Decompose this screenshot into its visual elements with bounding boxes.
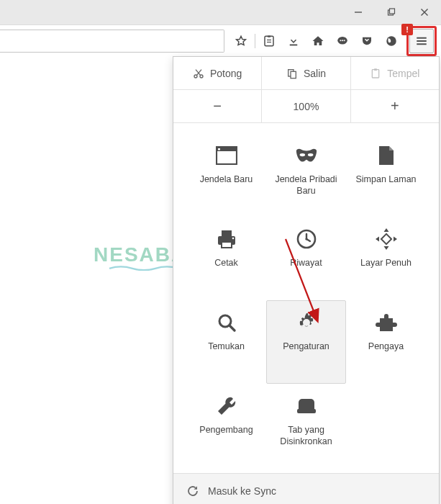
menu-addons[interactable]: Pengaya (346, 300, 426, 384)
menu-history[interactable]: Riwayat (266, 217, 346, 300)
page-icon (375, 144, 398, 167)
zoom-in-button[interactable]: + (350, 90, 439, 123)
clock-icon (295, 228, 318, 251)
menu-label: Jendela Baru (200, 174, 253, 186)
svg-point-13 (344, 40, 345, 41)
svg-rect-39 (381, 234, 391, 244)
chat-icon[interactable] (330, 29, 355, 53)
downloads-icon[interactable] (281, 29, 306, 53)
menu-label: Pengembang (199, 425, 253, 436)
menu-new-window[interactable]: Jendela Baru (186, 133, 266, 217)
main-menu-button[interactable] (409, 29, 434, 53)
paste-button[interactable]: Tempel (350, 57, 439, 90)
wrench-icon (215, 395, 238, 418)
toolbar: ! (0, 25, 441, 58)
svg-rect-24 (373, 69, 379, 77)
menu-find[interactable]: Temukan (186, 300, 266, 384)
menu-label: Jendela Pribadi Baru (270, 174, 342, 197)
notification-badge: ! (401, 24, 413, 35)
window-close-button[interactable] (408, 0, 441, 24)
svg-rect-33 (222, 242, 232, 248)
svg-rect-2 (390, 9, 395, 14)
window-restore-button[interactable] (375, 0, 408, 24)
menu-synced-tabs[interactable]: Tab yang Disinkronkan (266, 384, 346, 467)
sync-row[interactable]: Masuk ke Sync (173, 473, 439, 504)
cut-label: Potong (210, 68, 242, 79)
window-icon (215, 144, 238, 167)
hamburger-highlight: ! (406, 26, 437, 56)
svg-rect-5 (265, 36, 273, 46)
bookmark-star-icon[interactable] (229, 29, 253, 53)
sync-label: Masuk ke Sync (208, 485, 276, 497)
copy-icon (286, 68, 298, 79)
menu-print[interactable]: Cetak (186, 217, 266, 300)
svg-rect-43 (297, 409, 316, 413)
svg-rect-28 (218, 148, 220, 150)
svg-rect-32 (222, 230, 232, 236)
menu-label: Layar Penuh (360, 258, 412, 269)
svg-point-14 (386, 36, 396, 46)
edit-row: Potong Salin Tempel (173, 57, 439, 90)
menu-settings[interactable]: Pengaturan (266, 300, 346, 384)
url-field[interactable] (0, 30, 224, 53)
menu-label: Simpan Laman (355, 174, 416, 186)
paste-icon (370, 68, 381, 79)
copy-label: Salin (304, 68, 326, 79)
menu-fullscreen[interactable]: Layar Penuh (346, 217, 426, 300)
fullscreen-icon (375, 228, 398, 251)
svg-point-11 (340, 40, 341, 41)
svg-line-21 (196, 69, 201, 75)
menu-label: Pengaturan (283, 341, 329, 353)
globe-icon[interactable] (379, 29, 404, 53)
device-icon (295, 395, 318, 418)
svg-rect-16 (417, 40, 427, 42)
svg-point-38 (305, 238, 307, 240)
window-titlebar (0, 0, 441, 25)
svg-point-42 (303, 319, 310, 326)
gear-icon (295, 311, 318, 334)
search-icon (215, 311, 238, 334)
menu-label: Tab yang Disinkronkan (270, 425, 342, 447)
zoom-row: − 100% + (173, 90, 439, 123)
svg-point-12 (342, 40, 343, 41)
copy-button[interactable]: Salin (261, 57, 350, 90)
svg-line-41 (229, 325, 235, 330)
svg-rect-25 (374, 68, 377, 71)
svg-line-20 (196, 69, 201, 75)
menu-label: Riwayat (290, 258, 322, 269)
menu-save-page[interactable]: Simpan Laman (346, 133, 426, 217)
sync-icon (186, 485, 199, 498)
zoom-out-button[interactable]: − (173, 90, 261, 123)
svg-rect-15 (417, 37, 427, 39)
cut-button[interactable]: Potong (173, 57, 261, 90)
paste-label: Tempel (387, 68, 419, 79)
svg-point-30 (307, 153, 313, 156)
menu-grid: Jendela Baru Jendela Pribadi Baru Simpan… (173, 123, 439, 473)
main-menu-panel: Potong Salin Tempel − 100% + Jendel (173, 56, 440, 504)
print-icon (215, 228, 238, 251)
menu-developer[interactable]: Pengembang (186, 384, 266, 467)
svg-rect-17 (417, 43, 427, 45)
svg-point-34 (232, 238, 234, 240)
home-icon[interactable] (306, 29, 330, 53)
svg-rect-6 (268, 36, 271, 37)
menu-label: Temukan (208, 341, 245, 353)
puzzle-icon (375, 311, 398, 334)
svg-rect-9 (290, 45, 298, 46)
menu-private-window[interactable]: Jendela Pribadi Baru (266, 133, 346, 217)
svg-point-29 (299, 153, 305, 156)
window-minimize-button[interactable] (342, 0, 375, 24)
menu-label: Cetak (214, 258, 238, 269)
mask-icon (295, 144, 318, 167)
scissors-icon (193, 68, 204, 79)
svg-rect-23 (291, 71, 296, 78)
reading-list-icon[interactable] (257, 29, 281, 53)
menu-label: Pengaya (368, 341, 404, 353)
pocket-icon[interactable] (355, 29, 379, 53)
zoom-level[interactable]: 100% (261, 90, 350, 123)
